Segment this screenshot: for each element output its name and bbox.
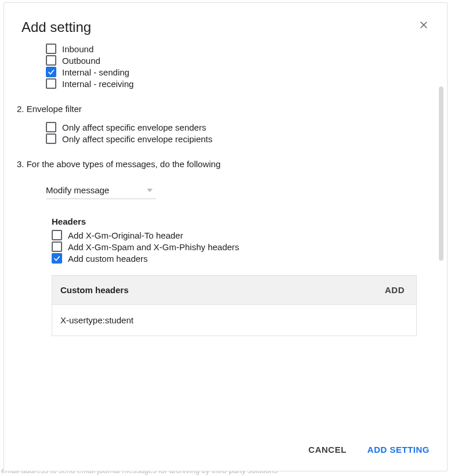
add-setting-button[interactable]: ADD SETTING — [365, 441, 432, 458]
custom-headers-table: Custom headers ADD X-usertype:student — [52, 275, 417, 336]
checkbox-label: Only affect specific envelope recipients — [62, 134, 212, 144]
headers-subheading: Headers — [52, 217, 417, 226]
cancel-button[interactable]: CANCEL — [306, 441, 349, 458]
dialog-title: Add setting — [21, 19, 91, 35]
custom-headers-header: Custom headers ADD — [52, 276, 416, 305]
close-button[interactable] — [417, 19, 431, 33]
checkbox-label: Internal - receiving — [62, 79, 134, 89]
checkbox-icon — [46, 55, 56, 66]
section-action-heading: 3. For the above types of messages, do t… — [17, 159, 417, 169]
checkbox-icon — [46, 44, 56, 54]
scrollbar-thumb[interactable] — [439, 86, 443, 261]
action-select-value: Modify message — [46, 185, 109, 195]
checkbox-label: Add X-Gm-Original-To header — [68, 230, 183, 240]
checkbox-icon — [46, 78, 56, 89]
action-select[interactable]: Modify message — [46, 182, 156, 199]
checkbox-icon — [46, 67, 56, 77]
checkbox-envelope-senders[interactable]: Only affect specific envelope senders — [46, 122, 417, 132]
checkbox-internal-receiving[interactable]: Internal - receiving — [46, 78, 417, 89]
close-icon — [418, 20, 429, 33]
section-envelope-filter-heading: 2. Envelope filter — [17, 104, 417, 114]
headers-options-group: Add X-Gm-Original-To header Add X-Gm-Spa… — [52, 230, 417, 264]
dialog-header: Add setting — [4, 3, 447, 41]
checkbox-label: Inbound — [62, 44, 93, 54]
checkbox-icon — [46, 122, 56, 132]
add-setting-dialog: Add setting Inbound Outbound Int — [3, 2, 448, 471]
checkbox-icon — [46, 134, 56, 144]
dialog-footer: CANCEL ADD SETTING — [4, 431, 447, 471]
checkbox-xgm-original-to[interactable]: Add X-Gm-Original-To header — [52, 230, 417, 240]
checkbox-label: Outbound — [62, 56, 100, 66]
add-header-button[interactable]: ADD — [385, 285, 405, 295]
envelope-filter-group: Only affect specific envelope senders On… — [46, 122, 417, 144]
checkbox-label: Internal - sending — [62, 67, 129, 77]
checkbox-internal-sending[interactable]: Internal - sending — [46, 67, 417, 77]
checkbox-icon — [52, 241, 62, 252]
checkbox-inbound[interactable]: Inbound — [46, 44, 417, 54]
checkbox-icon — [52, 253, 62, 264]
checkbox-xgm-spam-phishy[interactable]: Add X-Gm-Spam and X-Gm-Phishy headers — [52, 241, 417, 252]
checkbox-label: Add X-Gm-Spam and X-Gm-Phishy headers — [68, 242, 239, 252]
dialog-body: Inbound Outbound Internal - sending Inte… — [4, 41, 447, 431]
message-types-group: Inbound Outbound Internal - sending Inte… — [46, 44, 417, 89]
checkbox-label: Only affect specific envelope senders — [62, 122, 206, 132]
checkbox-envelope-recipients[interactable]: Only affect specific envelope recipients — [46, 134, 417, 144]
custom-headers-title: Custom headers — [60, 285, 129, 295]
checkbox-add-custom-headers[interactable]: Add custom headers — [52, 253, 417, 264]
checkbox-outbound[interactable]: Outbound — [46, 55, 417, 66]
checkbox-label: Add custom headers — [68, 254, 148, 264]
chevron-down-icon — [147, 189, 153, 192]
custom-header-row[interactable]: X-usertype:student — [52, 305, 416, 336]
checkbox-icon — [52, 230, 62, 240]
